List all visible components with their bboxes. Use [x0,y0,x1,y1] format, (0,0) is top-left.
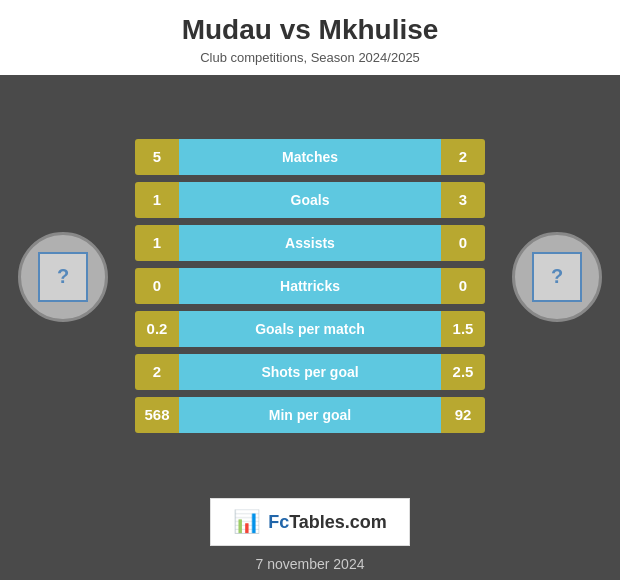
stat-bar: Goals [179,182,441,218]
stats-container: 5Matches21Goals31Assists00Hattricks00.2G… [135,139,485,433]
stat-bar: Assists [179,225,441,261]
stat-left-value: 0 [135,277,179,294]
stat-label: Min per goal [269,407,351,423]
stat-left-value: 1 [135,234,179,251]
stat-bar: Shots per goal [179,354,441,390]
stat-label: Goals per match [255,321,365,337]
stat-label: Goals [291,192,330,208]
header: Mudau vs Mkhulise Club competitions, Sea… [0,0,620,75]
stat-left-value: 568 [135,406,179,423]
stat-right-value: 3 [441,191,485,208]
stat-row: 2Shots per goal2.5 [135,354,485,390]
logo-text: FcTables.com [268,512,387,533]
stat-bar: Min per goal [179,397,441,433]
stat-row: 568Min per goal92 [135,397,485,433]
fctables-icon: 📊 [233,509,260,535]
main-content: ? 5Matches21Goals31Assists00Hattricks00.… [0,75,620,496]
stat-right-value: 92 [441,406,485,423]
stat-left-value: 2 [135,363,179,380]
stat-bar: Matches [179,139,441,175]
stat-row: 0Hattricks0 [135,268,485,304]
stat-label: Assists [285,235,335,251]
stat-right-value: 2 [441,148,485,165]
player-left-icon: ? [38,252,88,302]
player-left-avatar: ? [18,232,108,322]
stat-right-value: 2.5 [441,363,485,380]
player-right-icon: ? [532,252,582,302]
stat-left-value: 1 [135,191,179,208]
player-right-avatar: ? [512,232,602,322]
page-title: Mudau vs Mkhulise [20,14,600,46]
stat-label: Hattricks [280,278,340,294]
date-text: 7 november 2024 [256,556,365,572]
stat-row: 1Assists0 [135,225,485,261]
stat-row: 0.2Goals per match1.5 [135,311,485,347]
stat-label: Matches [282,149,338,165]
stat-row: 1Goals3 [135,182,485,218]
stat-row: 5Matches2 [135,139,485,175]
stat-right-value: 0 [441,234,485,251]
stat-right-value: 1.5 [441,320,485,337]
stat-left-value: 5 [135,148,179,165]
stat-bar: Hattricks [179,268,441,304]
stat-label: Shots per goal [261,364,358,380]
footer-logo: 📊 FcTables.com [210,498,410,546]
stat-bar: Goals per match [179,311,441,347]
stat-right-value: 0 [441,277,485,294]
subtitle: Club competitions, Season 2024/2025 [20,50,600,65]
stat-left-value: 0.2 [135,320,179,337]
